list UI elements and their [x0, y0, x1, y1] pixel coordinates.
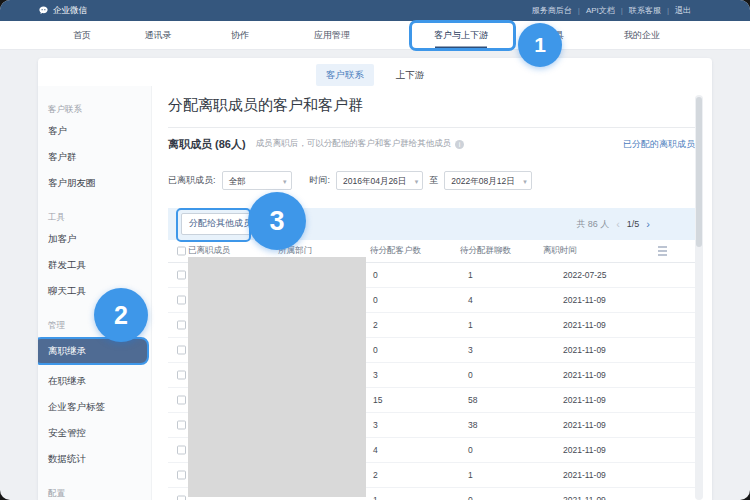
cell-pending-groupchats: 0	[468, 495, 473, 500]
cell-leave-date: 2021-11-09	[563, 470, 606, 480]
column-header-4: 离职时间	[543, 245, 577, 257]
filter-row: 已离职成员: 全部 时间: 2016年04月26日 至 2022年08月12日	[168, 170, 532, 190]
page-title: 分配离职成员的客户和客户群	[168, 96, 363, 115]
row-checkbox-7[interactable]	[177, 446, 186, 455]
cell-pending-customers: 0	[373, 295, 378, 305]
sidebar-item-2-0[interactable]: 离职继承	[38, 337, 149, 365]
members-summary-row: 离职成员 (86人) 成员离职后，可以分配他的客户和客户群给其他成员 已分配的离…	[168, 134, 695, 154]
nav-item-2[interactable]: 协作	[231, 29, 249, 42]
content-card: 客户联系上下游 客户联系客户客户群客户朋友圈工具加客户群发工具聊天工具管理离职继…	[38, 58, 712, 500]
row-checkbox-2[interactable]	[177, 321, 186, 330]
wecom-admin-screen: 企业微信 服务商后台API文档联系客服退出 首页通讯录协作应用管理客户与上下游管…	[0, 0, 750, 500]
column-header-3: 待分配群聊数	[460, 245, 511, 257]
top-link-0[interactable]: 服务商后台	[532, 5, 572, 16]
cell-leave-date: 2021-11-09	[563, 495, 606, 500]
row-checkbox-8[interactable]	[177, 471, 186, 480]
cell-leave-date: 2021-11-09	[563, 395, 606, 405]
member-filter-select[interactable]: 全部	[222, 171, 292, 190]
cell-pending-customers: 2	[373, 320, 378, 330]
members-heading: 离职成员 (86人)	[168, 137, 246, 152]
select-all-checkbox[interactable]	[177, 247, 186, 256]
divider	[168, 127, 695, 128]
redacted-area	[188, 257, 366, 497]
annotation-step1-badge: 1	[518, 23, 562, 67]
nav-item-1[interactable]: 通讯录	[145, 29, 172, 42]
brand[interactable]: 企业微信	[38, 5, 87, 17]
cell-pending-groupchats: 38	[468, 420, 477, 430]
sidebar-group-0: 客户联系客户客户群客户朋友圈	[48, 100, 151, 196]
info-icon[interactable]	[455, 140, 464, 149]
to-label: 至	[429, 174, 438, 187]
date-from-select[interactable]: 2016年04月26日	[336, 171, 423, 190]
sidebar-item-0-1[interactable]: 客户群	[48, 144, 151, 170]
row-checkbox-0[interactable]	[177, 271, 186, 280]
separator	[667, 6, 669, 15]
sidebar-item-0-2[interactable]: 客户朋友圈	[48, 170, 151, 196]
annotation-step3-badge: 3	[248, 192, 306, 250]
scrollbar-thumb[interactable]	[696, 97, 702, 247]
next-page-icon[interactable]: ›	[646, 218, 650, 230]
sidebar-item-1-1[interactable]: 群发工具	[48, 252, 151, 278]
cell-pending-customers: 4	[373, 445, 378, 455]
nav-bar: 首页通讯录协作应用管理客户与上下游管理工具我的企业	[0, 21, 750, 50]
top-links: 服务商后台API文档联系客服退出	[532, 5, 691, 16]
row-checkbox-5[interactable]	[177, 396, 186, 405]
total-count: 共 86 人	[576, 218, 609, 231]
page-indicator: 1/5	[627, 219, 640, 229]
cell-pending-groupchats: 1	[468, 270, 473, 280]
cell-leave-date: 2021-11-09	[563, 320, 606, 330]
cell-pending-customers: 0	[373, 345, 378, 355]
date-to-select[interactable]: 2022年08月12日	[444, 171, 531, 190]
brand-name: 企业微信	[53, 5, 87, 17]
row-checkbox-4[interactable]	[177, 371, 186, 380]
sidebar-item-2-1[interactable]: 在职继承	[48, 368, 151, 394]
row-checkbox-3[interactable]	[177, 346, 186, 355]
member-filter-label: 已离职成员:	[168, 174, 216, 187]
top-link-3[interactable]: 退出	[675, 5, 691, 16]
annotation-step3-highlight	[176, 208, 251, 242]
members-note: 成员离职后，可以分配他的客户和客户群给其他成员	[256, 138, 452, 150]
scrollbar[interactable]	[695, 95, 703, 500]
row-checkbox-1[interactable]	[177, 296, 186, 305]
cell-pending-groupchats: 58	[468, 395, 477, 405]
row-checkbox-6[interactable]	[177, 421, 186, 430]
main-panel: 分配离职成员的客户和客户群 离职成员 (86人) 成员离职后，可以分配他的客户和…	[152, 86, 712, 500]
cell-pending-groupchats: 0	[468, 370, 473, 380]
tab-1[interactable]: 上下游	[386, 64, 435, 86]
cell-pending-customers: 0	[373, 270, 378, 280]
sidebar-item-2-3[interactable]: 安全管控	[48, 420, 151, 446]
cell-pending-groupchats: 1	[468, 470, 473, 480]
sidebar-item-2-2[interactable]: 企业客户标签	[48, 394, 151, 420]
top-link-1[interactable]: API文档	[586, 5, 615, 16]
prev-page-icon[interactable]: ‹	[616, 218, 620, 230]
cell-pending-customers: 3	[373, 370, 378, 380]
top-bar: 企业微信 服务商后台API文档联系客服退出	[0, 0, 750, 21]
sidebar-group-1: 工具加客户群发工具聊天工具	[48, 208, 151, 304]
cell-leave-date: 2022-07-25	[563, 270, 606, 280]
cell-pending-customers: 15	[373, 395, 382, 405]
sidebar-group-3: 配置	[48, 484, 151, 500]
row-checkbox-9[interactable]	[177, 496, 186, 500]
sidebar-item-0-0[interactable]: 客户	[48, 118, 151, 144]
cell-leave-date: 2021-11-09	[563, 420, 606, 430]
separator	[578, 6, 580, 15]
sidebar-group-title-3: 配置	[48, 484, 151, 500]
nav-item-6[interactable]: 我的企业	[624, 29, 660, 42]
cell-pending-groupchats: 0	[468, 445, 473, 455]
sidebar-item-2-4[interactable]: 数据统计	[48, 446, 151, 472]
sidebar-group-title-0: 客户联系	[48, 100, 151, 118]
cell-leave-date: 2021-11-09	[563, 445, 606, 455]
column-header-2: 待分配客户数	[370, 245, 421, 257]
nav-item-3[interactable]: 应用管理	[314, 29, 350, 42]
column-header-0: 已离职成员	[188, 245, 231, 257]
nav-item-0[interactable]: 首页	[73, 29, 91, 42]
assigned-members-link[interactable]: 已分配的离职成员	[623, 138, 695, 151]
tab-0[interactable]: 客户联系	[316, 64, 374, 86]
cell-leave-date: 2021-11-09	[563, 295, 606, 305]
top-link-2[interactable]: 联系客服	[629, 5, 661, 16]
sidebar-item-1-0[interactable]: 加客户	[48, 226, 151, 252]
column-settings-icon[interactable]	[658, 247, 667, 256]
cell-pending-groupchats: 1	[468, 320, 473, 330]
annotation-step2-badge: 2	[94, 288, 148, 342]
separator	[621, 6, 623, 15]
